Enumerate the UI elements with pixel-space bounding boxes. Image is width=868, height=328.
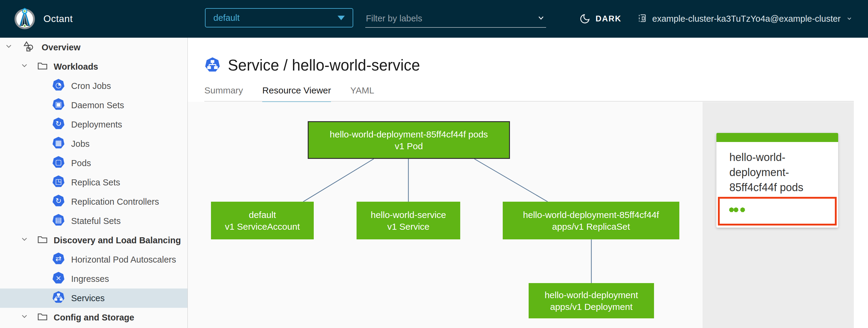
sidebar-item-label: Stateful Sets xyxy=(71,216,121,226)
sidebar-item-discovery-and-load-balancing[interactable]: Discovery and Load Balancing xyxy=(0,231,187,250)
theme-toggle-button[interactable]: DARK xyxy=(580,0,621,38)
sidebar-item-daemon-sets[interactable]: ▣ Daemon Sets xyxy=(0,95,187,115)
app-title: Octant xyxy=(43,13,73,24)
svg-text:▤: ▤ xyxy=(55,216,62,224)
node-kind: v1 Pod xyxy=(395,140,423,152)
pods-icon: ▢ xyxy=(52,155,65,171)
sidebar-item-stateful-sets[interactable]: ▤ Stateful Sets xyxy=(0,211,187,231)
theme-toggle-label: DARK xyxy=(595,14,621,24)
deployments-icon: ↻ xyxy=(52,117,65,132)
graph-node-deployment[interactable]: hello-world-deployment apps/v1 Deploymen… xyxy=(529,283,654,318)
page-title: Service / hello-world-service xyxy=(228,56,420,74)
ingresses-icon: × xyxy=(52,271,65,287)
sidebar-item-replica-sets[interactable]: ◳ Replica Sets xyxy=(0,173,187,192)
main-content: Service / hello-world-service Summary Re… xyxy=(188,38,868,328)
sidebar-item-label: Jobs xyxy=(71,139,90,149)
namespace-dropdown[interactable]: default xyxy=(205,8,353,27)
node-name: default xyxy=(249,209,276,221)
context-selector[interactable]: example-cluster-ka3TuTzYo4a@example-clus… xyxy=(637,0,853,38)
sidebar-item-label: Cron Jobs xyxy=(71,81,111,91)
sidebar-item-label: Services xyxy=(71,293,104,303)
service-icon xyxy=(204,57,221,74)
moon-icon xyxy=(580,13,591,25)
sidebar-item-replication-controllers[interactable]: ↻ Replication Controllers xyxy=(0,192,187,211)
sidebar-item-label: Ingresses xyxy=(71,274,109,284)
svg-text:▦: ▦ xyxy=(55,139,62,147)
label-filter xyxy=(365,10,546,28)
dropdown-caret-icon xyxy=(338,16,345,20)
octant-logo-icon xyxy=(13,7,36,31)
namespace-value: default xyxy=(213,13,240,23)
svg-text:↻: ↻ xyxy=(56,119,61,128)
sidebar-item-horizontal-pod-autoscalers[interactable]: ⇄ Horizontal Pod Autoscalers xyxy=(0,250,187,269)
cron-jobs-icon: ◔ xyxy=(52,79,65,94)
chevron-down-icon[interactable] xyxy=(19,234,30,247)
chevron-down-icon[interactable] xyxy=(19,311,30,324)
sidebar-item-label: Config and Storage xyxy=(54,312,134,323)
node-kind: v1 ServiceAccount xyxy=(225,221,300,233)
app-header: Octant default DARK example-cluster-ka3T… xyxy=(0,0,868,38)
node-kind: apps/v1 Deployment xyxy=(550,301,632,312)
sidebar-item-cron-jobs[interactable]: ◔ Cron Jobs xyxy=(0,76,187,95)
page-title-row: Service / hello-world-service xyxy=(204,56,420,74)
sidebar-nav: Overview Workloads ◔ Cron Jobs ▣ Daemon … xyxy=(0,38,188,328)
graph-node-serviceaccount[interactable]: default v1 ServiceAccount xyxy=(211,202,314,239)
graph-node-replicaset[interactable]: hello-world-deployment-85ff4cf44f apps/v… xyxy=(503,202,679,239)
stateful-sets-icon: ▤ xyxy=(52,213,65,229)
replication-controllers-icon: ↻ xyxy=(52,194,65,210)
node-kind: v1 Service xyxy=(387,221,430,233)
label-filter-input[interactable] xyxy=(365,13,536,24)
graph-node-pod[interactable]: hello-world-deployment-85ff4cf44f pods v… xyxy=(308,121,510,159)
sidebar-item-pods[interactable]: ▢ Pods xyxy=(0,153,187,173)
context-name: example-cluster-ka3TuTzYo4a@example-clus… xyxy=(652,14,841,24)
svg-text:↻: ↻ xyxy=(56,197,61,205)
sidebar-item-label: Overview xyxy=(41,42,81,53)
sidebar-item-label: Horizontal Pod Autoscalers xyxy=(71,255,176,265)
sidebar-item-deployments[interactable]: ↻ Deployments xyxy=(0,115,187,134)
tab-summary[interactable]: Summary xyxy=(204,85,243,103)
chevron-down-icon[interactable] xyxy=(4,41,14,54)
graph-node-service[interactable]: hello-world-service v1 Service xyxy=(356,202,460,239)
sidebar-item-label: Daemon Sets xyxy=(71,100,124,110)
sidebar-item-config-and-storage[interactable]: Config and Storage xyxy=(0,308,187,327)
sidebar-item-ingresses[interactable]: × Ingresses xyxy=(0,269,187,289)
brand: Octant xyxy=(13,3,73,35)
node-name: hello-world-deployment xyxy=(545,289,638,301)
folder-icon xyxy=(37,234,48,247)
jobs-icon: ▦ xyxy=(52,136,65,152)
sidebar-item-services[interactable]: Services xyxy=(0,289,187,308)
pod-status-dot xyxy=(740,207,745,212)
tab-yaml[interactable]: YAML xyxy=(350,85,374,103)
pod-status-dot xyxy=(733,207,739,212)
chevron-down-icon[interactable] xyxy=(536,13,546,24)
services-icon xyxy=(52,291,65,306)
node-name: hello-world-service xyxy=(371,209,446,221)
detail-panel: hello-world-deployment-85ff4cf44f pods xyxy=(703,102,854,328)
chevron-down-icon[interactable] xyxy=(19,61,30,73)
sidebar-item-label: Pods xyxy=(71,158,91,168)
sidebar-item-label: Deployments xyxy=(71,120,122,130)
pod-detail-card[interactable]: hello-world-deployment-85ff4cf44f pods xyxy=(716,133,838,228)
svg-text:▢: ▢ xyxy=(55,158,62,167)
chevron-down-icon xyxy=(845,14,853,24)
svg-text:◔: ◔ xyxy=(56,81,62,89)
folder-icon xyxy=(37,311,48,324)
tab-resource-viewer[interactable]: Resource Viewer xyxy=(262,85,331,103)
daemon-sets-icon: ▣ xyxy=(52,98,65,113)
hpa-icon: ⇄ xyxy=(52,252,65,267)
pod-status-highlight[interactable] xyxy=(718,197,837,226)
sidebar-item-label: Discovery and Load Balancing xyxy=(54,235,181,245)
sidebar-item-overview[interactable]: Overview xyxy=(0,38,187,57)
cluster-icon xyxy=(637,13,647,25)
card-title: hello-world-deployment-85ff4cf44f pods xyxy=(730,150,829,195)
replica-sets-icon: ◳ xyxy=(52,175,65,190)
node-name: hello-world-deployment-85ff4cf44f xyxy=(523,209,659,221)
sidebar-item-jobs[interactable]: ▦ Jobs xyxy=(0,134,187,153)
tab-bar-divider xyxy=(204,101,854,101)
folder-icon xyxy=(37,60,48,73)
sidebar-item-workloads[interactable]: Workloads xyxy=(0,57,187,76)
node-kind: apps/v1 ReplicaSet xyxy=(552,221,630,233)
svg-text:▣: ▣ xyxy=(55,100,62,109)
card-status-bar xyxy=(716,133,838,142)
node-name: hello-world-deployment-85ff4cf44f pods xyxy=(330,128,488,140)
